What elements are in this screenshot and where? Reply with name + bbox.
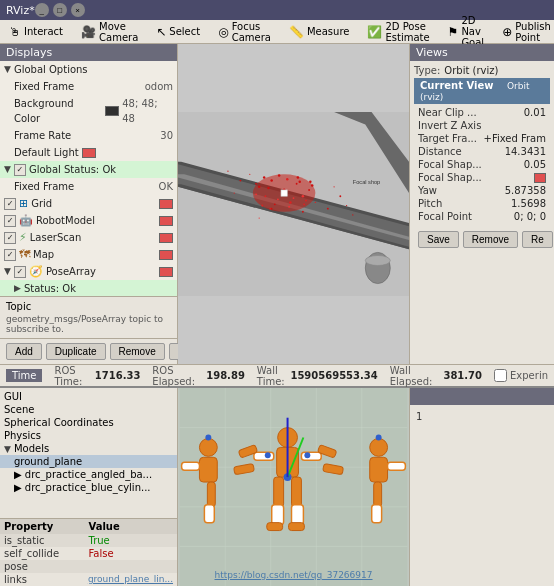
- views-type-value: Orbit (rviz): [444, 65, 498, 76]
- close-button[interactable]: ×: [71, 3, 85, 17]
- view-target-frame-value: +Fixed Fram: [484, 133, 546, 144]
- view-focal-point-row: Focal Point 0; 0; 0: [414, 210, 550, 223]
- map-icon: 🗺: [19, 247, 30, 262]
- add-button[interactable]: Add: [6, 343, 42, 360]
- duplicate-button[interactable]: Duplicate: [46, 343, 106, 360]
- svg-rect-61: [254, 452, 274, 460]
- measure-icon: 📏: [289, 25, 304, 39]
- view-pitch-row: Pitch 1.5698: [414, 197, 550, 210]
- toolbar-publish-point[interactable]: ⊕ Publish Point: [497, 19, 554, 45]
- global-options-item[interactable]: ▼ Global Options: [0, 61, 177, 78]
- links-value[interactable]: ground_plane_lin...: [88, 574, 173, 585]
- tree-item-drc-blue[interactable]: ▶ drc_practice_blue_cylin...: [0, 481, 177, 494]
- posearray-color[interactable]: [159, 267, 173, 277]
- svg-point-24: [255, 193, 257, 195]
- svg-point-13: [296, 183, 298, 185]
- tree-item-scene[interactable]: Scene: [0, 403, 177, 416]
- grid-check[interactable]: [4, 198, 16, 210]
- laserscan-check[interactable]: [4, 232, 16, 244]
- time-panel: Time ROS Time: 1716.33 ROS Elapsed: 198.…: [0, 364, 554, 386]
- views-save-button[interactable]: Save: [418, 231, 459, 248]
- laserscan-item[interactable]: ⚡ LaserScan: [0, 229, 177, 246]
- tree-item-spherical[interactable]: Spherical Coordinates: [0, 416, 177, 429]
- laserscan-color[interactable]: [159, 233, 173, 243]
- expand-global-options-icon[interactable]: ▼: [4, 62, 11, 77]
- bg-color-swatch[interactable]: [105, 106, 119, 116]
- remove-button[interactable]: Remove: [110, 343, 165, 360]
- svg-point-7: [258, 186, 260, 188]
- experiment-checkbox[interactable]: [494, 369, 507, 382]
- tree-item-physics[interactable]: Physics: [0, 429, 177, 442]
- tree-item-ground-plane[interactable]: ground_plane: [0, 455, 177, 468]
- views-re-button[interactable]: Re: [522, 231, 553, 248]
- svg-point-79: [370, 438, 388, 456]
- views-content: Type: Orbit (rviz) Current View Orbit (r…: [410, 61, 554, 256]
- toolbar-interact[interactable]: 🖱 Interact: [4, 23, 68, 41]
- svg-point-44: [352, 214, 353, 215]
- ros-elapsed-item: ROS Elapsed: 198.89: [152, 365, 245, 387]
- ros-time-value: 1716.33: [95, 370, 141, 381]
- maximize-button[interactable]: □: [53, 3, 67, 17]
- buttons-row: Add Duplicate Remove Rename: [0, 338, 177, 364]
- grid-color[interactable]: [159, 199, 173, 209]
- global-status-check[interactable]: [14, 164, 26, 176]
- toolbar-measure[interactable]: 📏 Measure: [284, 23, 355, 41]
- expand-posearray-status-icon[interactable]: ▶: [14, 281, 21, 296]
- topic-desc: geometry_msgs/PoseArray topic to subscri…: [6, 314, 171, 334]
- global-status-item[interactable]: ▼ Global Status: Ok: [0, 161, 177, 178]
- views-remove-button[interactable]: Remove: [463, 231, 518, 248]
- expand-posearray-icon[interactable]: ▼: [4, 264, 11, 279]
- expand-global-status-icon[interactable]: ▼: [4, 162, 11, 177]
- map-item[interactable]: 🗺 Map: [0, 246, 177, 263]
- posearray-icon: 🧭: [29, 264, 43, 279]
- robot-model-color[interactable]: [159, 216, 173, 226]
- bottom-center-view[interactable]: https://blog.csdn.net/qq_37266917: [178, 388, 409, 586]
- toolbar-focus-camera[interactable]: ◎ Focus Camera: [213, 19, 276, 45]
- map-check[interactable]: [4, 249, 16, 261]
- grid-item[interactable]: ⊞ Grid: [0, 195, 177, 212]
- viewport-3d[interactable]: Focal shop: [178, 44, 409, 364]
- wall-time-item: Wall Time: 1590569553.34: [257, 365, 378, 387]
- experiment-toggle[interactable]: Experin: [494, 369, 548, 382]
- minimize-button[interactable]: _: [35, 3, 49, 17]
- map-color[interactable]: [159, 250, 173, 260]
- svg-point-10: [277, 198, 279, 200]
- laserscan-icon: ⚡: [19, 230, 27, 245]
- scene-tree[interactable]: GUI Scene Spherical Coordinates Physics …: [0, 388, 177, 518]
- posearray-check[interactable]: [14, 266, 26, 278]
- displays-content[interactable]: ▼ Global Options Fixed Frame odom Backgr…: [0, 61, 177, 296]
- self-collide-value: False: [89, 548, 174, 559]
- expand-models-icon[interactable]: ▼: [4, 444, 11, 454]
- tree-item-drc-practice[interactable]: ▶ drc_practice_angled_ba...: [0, 468, 177, 481]
- robot-model-check[interactable]: [4, 215, 16, 227]
- experiment-label: Experin: [510, 370, 548, 381]
- svg-point-27: [278, 174, 280, 176]
- svg-rect-67: [267, 523, 283, 531]
- robot-model-item[interactable]: 🤖 RobotModel: [0, 212, 177, 229]
- toolbar-move-camera[interactable]: 🎥 Move Camera: [76, 19, 143, 45]
- property-col-name: Property: [4, 521, 89, 532]
- is-static-label: is_static: [4, 535, 89, 546]
- svg-point-45: [234, 192, 235, 193]
- view-focal-shape2-swatch[interactable]: [534, 173, 546, 183]
- svg-point-16: [261, 205, 263, 207]
- bottom-3d-svg: [178, 388, 409, 586]
- default-light-swatch[interactable]: [82, 148, 96, 158]
- tree-item-models[interactable]: ▼ Models: [0, 442, 177, 455]
- toolbar-select[interactable]: ↖ Select: [151, 23, 205, 41]
- current-view-header: Current View Orbit (rviz): [414, 78, 550, 104]
- svg-rect-68: [292, 477, 302, 507]
- pose-label: pose: [4, 561, 89, 572]
- view-pitch-label: Pitch: [418, 198, 507, 209]
- drc-blue-label: ▶ drc_practice_blue_cylin...: [14, 482, 151, 493]
- time-header: Time: [6, 369, 42, 382]
- tree-item-gui[interactable]: GUI: [0, 390, 177, 403]
- toolbar-2d-pose[interactable]: ✅ 2D Pose Estimate: [362, 19, 434, 45]
- property-header: Property Value: [0, 519, 177, 534]
- center-view[interactable]: Focal shop: [178, 44, 409, 364]
- svg-point-21: [298, 181, 300, 183]
- toolbar-publish-point-label: Publish Point: [515, 21, 551, 43]
- view-near-clip-row: Near Clip ... 0.01: [414, 106, 550, 119]
- select-icon: ↖: [156, 25, 166, 39]
- posearray-item[interactable]: ▼ 🧭 PoseArray: [0, 263, 177, 280]
